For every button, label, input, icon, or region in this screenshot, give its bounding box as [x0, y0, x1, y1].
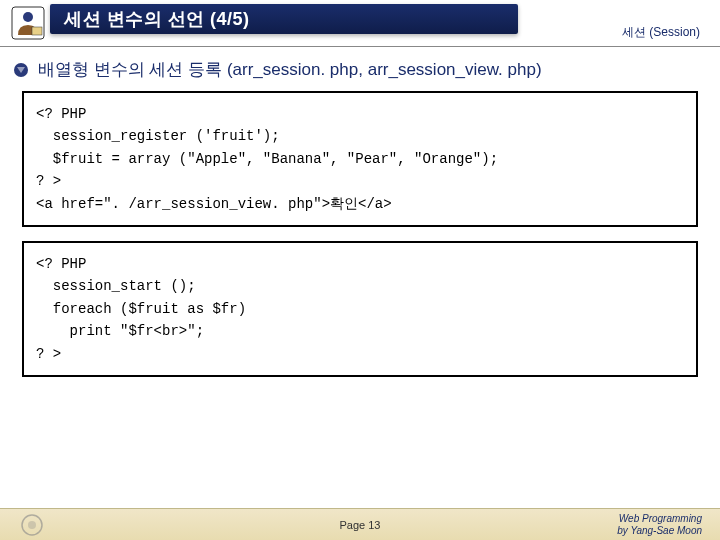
footer-credit-line2: by Yang-Sae Moon	[617, 525, 702, 537]
slide-title: 세션 변수의 선언 (4/5)	[64, 7, 250, 31]
header-divider	[0, 46, 720, 47]
code-line: <? PHP	[36, 253, 684, 275]
code-line: <a href=". /arr_session_view. php">확인</a…	[36, 193, 684, 215]
code-block-1: <? PHP session_register ('fruit'); $frui…	[22, 91, 698, 227]
svg-rect-2	[32, 27, 42, 35]
code-line: ? >	[36, 170, 684, 192]
code-line: ? >	[36, 343, 684, 365]
title-bar: 세션 변수의 선언 (4/5)	[50, 4, 518, 34]
code-line: print "$fr<br>";	[36, 320, 684, 342]
slide-header: 세션 변수의 선언 (4/5) 세션 (Session)	[0, 0, 720, 46]
code-line: foreach ($fruit as $fr)	[36, 298, 684, 320]
svg-point-5	[28, 521, 36, 529]
header-person-icon	[6, 1, 50, 45]
section-heading-text: 배열형 변수의 세션 등록 (arr_session. php, arr_ses…	[38, 58, 542, 81]
code-line: <? PHP	[36, 103, 684, 125]
footer-logo-icon	[18, 511, 46, 539]
code-line: session_start ();	[36, 275, 684, 297]
code-line: $fruit = array ("Apple", "Banana", "Pear…	[36, 148, 684, 170]
header-topic-label: 세션 (Session)	[622, 24, 700, 41]
footer-credit-line1: Web Programming	[617, 513, 702, 525]
code-line: session_register ('fruit');	[36, 125, 684, 147]
code-block-2: <? PHP session_start (); foreach ($fruit…	[22, 241, 698, 377]
bullet-icon	[12, 61, 30, 79]
slide-content: 배열형 변수의 세션 등록 (arr_session. php, arr_ses…	[0, 46, 720, 377]
svg-point-1	[23, 12, 33, 22]
section-heading: 배열형 변수의 세션 등록 (arr_session. php, arr_ses…	[12, 58, 698, 81]
slide-footer: Page 13 Web Programming by Yang-Sae Moon	[0, 508, 720, 540]
page-number: Page 13	[340, 519, 381, 531]
footer-credit: Web Programming by Yang-Sae Moon	[617, 513, 702, 537]
